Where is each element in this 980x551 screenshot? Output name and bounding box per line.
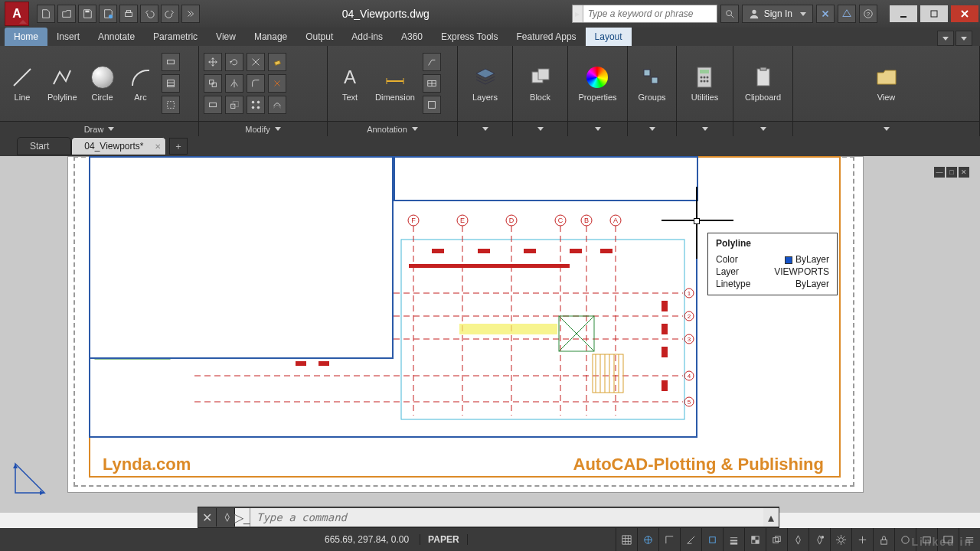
panel-block-expand[interactable] — [513, 121, 567, 136]
snap-toggle-icon[interactable] — [637, 528, 658, 551]
tab-annotate[interactable]: Annotate — [89, 28, 144, 46]
array-icon[interactable] — [247, 96, 265, 114]
tab-expresstools[interactable]: Express Tools — [432, 28, 507, 46]
lineweight-toggle-icon[interactable] — [723, 528, 744, 551]
boundary-icon[interactable] — [162, 96, 180, 114]
tab-insert[interactable]: Insert — [47, 28, 89, 46]
redo-icon[interactable] — [161, 5, 179, 23]
tab-view[interactable]: View — [207, 28, 245, 46]
saveas-icon[interactable] — [99, 5, 117, 23]
tab-layout[interactable]: Layout — [586, 28, 632, 46]
help-icon[interactable]: ? — [859, 5, 877, 23]
tab-addins[interactable]: Add-ins — [342, 28, 392, 46]
tab-featuredapps[interactable]: Featured Apps — [508, 28, 586, 46]
transparency-toggle-icon[interactable] — [744, 528, 766, 551]
ribbon-minimize-icon[interactable] — [956, 31, 972, 46]
a360-icon[interactable] — [838, 5, 856, 23]
add-doc-button[interactable]: ＋ — [169, 138, 188, 155]
text-button[interactable]: A Text — [332, 64, 368, 103]
save-icon[interactable] — [78, 5, 96, 23]
panel-utilities-expand[interactable] — [677, 121, 733, 136]
view-button[interactable]: View — [869, 64, 904, 103]
signin-button[interactable]: Sign In — [742, 5, 813, 23]
cmd-close-icon[interactable]: ✕ — [198, 508, 217, 527]
offset-icon[interactable] — [268, 96, 286, 114]
viewport-3[interactable] — [394, 156, 698, 201]
lock-ui-icon[interactable] — [873, 528, 894, 551]
dimension-button[interactable]: Dimension — [371, 64, 420, 103]
help-search[interactable]: ▸ — [572, 5, 717, 23]
panel-clipboard-expand[interactable] — [733, 121, 792, 136]
new-icon[interactable] — [37, 5, 55, 23]
tab-home[interactable]: Home — [5, 28, 47, 46]
app-menu-button[interactable]: A — [5, 2, 29, 26]
tab-a360[interactable]: A360 — [392, 28, 432, 46]
workspace-icon[interactable] — [851, 528, 873, 551]
table-icon[interactable] — [423, 74, 441, 93]
search-dropdown-icon[interactable]: ▸ — [573, 5, 583, 22]
rectangle-icon[interactable] — [162, 53, 180, 71]
clipboard-button[interactable]: Clipboard — [740, 64, 786, 103]
plot-icon[interactable] — [119, 5, 138, 23]
vp-maximize-icon[interactable]: □ — [946, 167, 957, 178]
panel-annotation-label[interactable]: Annotation — [328, 121, 457, 136]
line-button[interactable]: Line — [5, 64, 40, 103]
undo-icon[interactable] — [140, 5, 158, 23]
help-search-input[interactable] — [583, 5, 717, 22]
hatch-icon[interactable] — [162, 74, 180, 93]
panel-properties-expand[interactable] — [568, 121, 627, 136]
block-button[interactable]: Block — [523, 64, 558, 103]
doc-tab-start[interactable]: Start — [17, 137, 71, 155]
tab-parametric[interactable]: Parametric — [144, 28, 207, 46]
command-line[interactable]: ✕ ▷_ ▴ — [198, 507, 779, 528]
viewport-1[interactable] — [89, 156, 394, 359]
groups-button[interactable]: Groups — [633, 64, 670, 103]
annoscale-icon[interactable] — [787, 528, 808, 551]
panel-draw-label[interactable]: Draw — [0, 121, 198, 136]
copy-icon[interactable] — [204, 74, 222, 93]
grid-toggle-icon[interactable] — [616, 528, 637, 551]
mirror-icon[interactable] — [225, 74, 243, 93]
arc-button[interactable]: Arc — [123, 64, 158, 103]
ribbon-panel-toggle-icon[interactable] — [937, 31, 954, 46]
tab-output[interactable]: Output — [296, 28, 342, 46]
search-icon[interactable] — [720, 5, 739, 23]
polyline-button[interactable]: Polyline — [43, 64, 82, 103]
exchange-icon[interactable] — [816, 5, 835, 23]
qat-more-icon[interactable] — [181, 5, 200, 23]
maximize-button[interactable] — [920, 5, 948, 22]
annotation-more-icon[interactable] — [423, 96, 441, 114]
cmd-expand-icon[interactable]: ▴ — [763, 508, 779, 527]
vp-minimize-icon[interactable]: — — [934, 167, 945, 178]
osnap-toggle-icon[interactable] — [701, 528, 723, 551]
move-icon[interactable] — [204, 53, 222, 71]
panel-view-expand[interactable] — [793, 121, 979, 136]
polar-toggle-icon[interactable] — [680, 528, 701, 551]
annoscale-add-icon[interactable] — [808, 528, 830, 551]
layers-button[interactable]: Layers — [468, 64, 503, 103]
close-doc-icon[interactable]: ✕ — [155, 142, 161, 151]
panel-groups-expand[interactable] — [628, 121, 676, 136]
minimize-button[interactable] — [890, 5, 917, 22]
leader-icon[interactable] — [423, 53, 441, 71]
vp-close-icon[interactable]: ✕ — [959, 167, 969, 178]
scale-icon[interactable] — [225, 96, 243, 114]
explode-icon[interactable] — [268, 74, 286, 93]
stretch-icon[interactable] — [204, 96, 222, 114]
tab-manage[interactable]: Manage — [245, 28, 296, 46]
ortho-toggle-icon[interactable] — [658, 528, 680, 551]
trim-icon[interactable] — [247, 53, 265, 71]
fillet-icon[interactable] — [247, 74, 265, 93]
panel-layers-expand[interactable] — [458, 121, 512, 136]
erase-icon[interactable] — [268, 53, 286, 71]
cmd-settings-icon[interactable] — [217, 508, 235, 527]
status-coords[interactable]: 665.69, 297.84, 0.00 — [314, 534, 420, 545]
panel-modify-label[interactable]: Modify — [199, 121, 327, 136]
drawing-canvas[interactable]: UP F E D C B A 1 2 3 4 5 — [0, 156, 980, 513]
circle-button[interactable]: Circle — [85, 64, 120, 103]
gear-icon[interactable] — [830, 528, 851, 551]
properties-button[interactable]: Properties — [573, 64, 621, 103]
open-icon[interactable] — [57, 5, 76, 23]
selection-cycling-icon[interactable] — [766, 528, 787, 551]
rotate-icon[interactable] — [225, 53, 243, 71]
